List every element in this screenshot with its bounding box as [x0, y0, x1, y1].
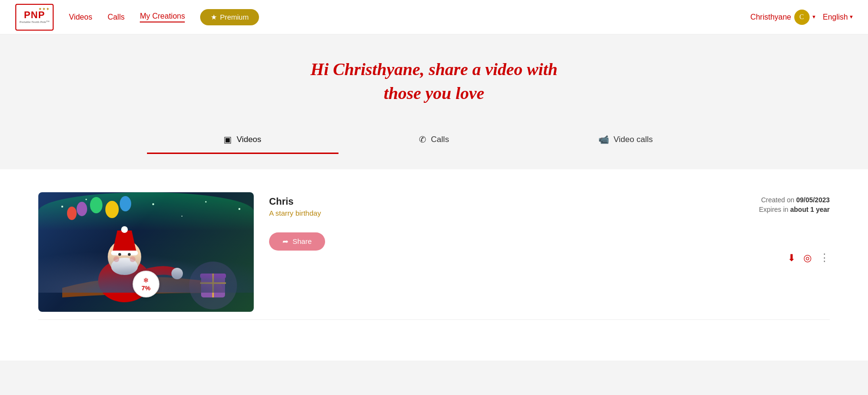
download-icon[interactable]: ⬇	[788, 252, 796, 263]
user-area[interactable]: Christhyane C ▾	[750, 10, 815, 25]
star-icon: ★	[211, 13, 217, 22]
share-button[interactable]: ➦ Share	[269, 232, 325, 251]
logo-letters: PNP	[24, 10, 45, 21]
created-date: 09/05/2023	[796, 196, 830, 204]
tab-video-calls-label: Video calls	[614, 135, 653, 144]
thumbnail-scene: ❄ 7%	[38, 192, 254, 312]
content-area: ❄ 7% Chris A starry birthday ➦ Share C	[0, 169, 868, 361]
nav: Videos Calls My Creations ★ Premium	[69, 9, 750, 25]
tab-video-calls[interactable]: 📹 Video calls	[530, 129, 721, 154]
hero-title-line2: those you love	[384, 84, 485, 103]
logo-stars: ✦✦✦	[38, 7, 50, 11]
card-info: Chris A starry birthday ➦ Share	[269, 192, 680, 251]
card-expires: Expires in about 1 year	[759, 206, 830, 213]
nav-videos[interactable]: Videos	[69, 13, 92, 22]
card-actions: ⬇ ◎ ⋮	[788, 252, 830, 264]
card-created: Created on 09/05/2023	[759, 196, 830, 204]
hero-title-line1: Hi Christhyane, share a video with	[310, 60, 557, 79]
tab-videos-label: Videos	[237, 135, 261, 144]
video-thumbnail[interactable]: ❄ 7%	[38, 192, 254, 312]
user-chevron-icon: ▾	[812, 13, 815, 21]
language-label: English	[823, 13, 848, 22]
nav-my-creations[interactable]: My Creations	[140, 12, 185, 22]
snowflake-icon: ❄	[143, 276, 149, 285]
tabs: ▣ Videos ✆ Calls 📹 Video calls	[0, 129, 868, 154]
logo-subtitle: Portable North Pole™	[20, 21, 49, 24]
more-options-icon[interactable]: ⋮	[819, 252, 830, 264]
card-name: Chris	[269, 196, 680, 207]
balloon-red	[67, 207, 77, 220]
premium-button[interactable]: ★ Premium	[200, 9, 259, 25]
language-selector[interactable]: English ▾	[823, 13, 853, 22]
main-content: Hi Christhyane, share a video with those…	[0, 34, 868, 361]
logo: ✦✦✦ PNP Portable North Pole™	[15, 4, 54, 31]
progress-percent: 7%	[142, 285, 151, 292]
balloon-yellow	[105, 201, 119, 218]
progress-badge: ❄ 7%	[133, 271, 159, 297]
tab-videos[interactable]: ▣ Videos	[147, 129, 338, 154]
hero-title: Hi Christhyane, share a video with those…	[0, 57, 868, 106]
balloon-blue	[120, 196, 131, 211]
expires-label: Expires in	[759, 206, 788, 213]
tab-calls-label: Calls	[431, 135, 449, 144]
card-right: Created on 09/05/2023 Expires in about 1…	[696, 192, 830, 264]
premium-label: Premium	[220, 13, 248, 21]
target-icon[interactable]: ◎	[803, 252, 812, 263]
expires-value: about 1 year	[790, 206, 830, 213]
card-meta: Created on 09/05/2023 Expires in about 1…	[759, 192, 830, 213]
video-card: ❄ 7% Chris A starry birthday ➦ Share C	[38, 185, 830, 320]
film-icon: ▣	[224, 134, 232, 145]
card-subtitle: A starry birthday	[269, 209, 680, 217]
user-name: Christhyane	[750, 13, 791, 22]
avatar: C	[794, 10, 810, 25]
share-arrow-icon: ➦	[282, 237, 289, 246]
balloon-purple	[77, 202, 87, 216]
tab-calls[interactable]: ✆ Calls	[338, 129, 530, 154]
balloon-green	[90, 197, 102, 213]
lang-chevron-icon: ▾	[850, 13, 853, 21]
phone-icon: ✆	[419, 134, 426, 145]
share-label: Share	[293, 237, 312, 245]
header-right: Christhyane C ▾ English ▾	[750, 10, 853, 25]
created-label: Created on	[761, 196, 794, 204]
nav-calls[interactable]: Calls	[108, 13, 125, 22]
header: ✦✦✦ PNP Portable North Pole™ Videos Call…	[0, 0, 868, 34]
logo-area: ✦✦✦ PNP Portable North Pole™	[15, 4, 54, 31]
video-cam-icon: 📹	[598, 134, 609, 145]
